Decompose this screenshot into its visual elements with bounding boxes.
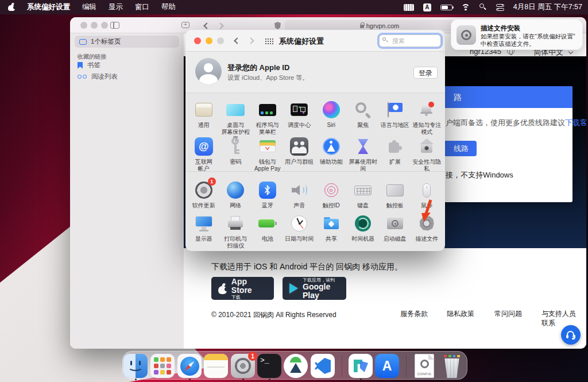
internet-accounts-icon: @ [193, 136, 215, 157]
back-icon[interactable] [203, 22, 210, 29]
dock-config-file-icon[interactable]: CONFIG [415, 354, 434, 378]
spotlight-icon[interactable] [479, 3, 487, 11]
apple-id-row[interactable]: 登录您的 Apple ID 设置 iCloud、App Store 等。 登录 [185, 52, 445, 93]
pref-trackpad[interactable]: 触控板 [379, 179, 411, 209]
bookmark-icon [78, 62, 83, 69]
pref-printers[interactable]: 打印机与 扫描仪 [220, 213, 252, 249]
apple-logo-icon [218, 283, 227, 294]
pref-startup-disk[interactable]: 启动磁盘 [379, 213, 411, 249]
pref-touch-id[interactable]: 触控ID [315, 179, 347, 209]
pref-sound[interactable]: 声音 [284, 179, 316, 209]
menu-view[interactable]: 显示 [109, 2, 123, 12]
menu-help[interactable]: 帮助 [161, 2, 176, 12]
bookmarks-label: 书签 [87, 61, 100, 70]
prefs-titlebar: 系统偏好设置 [185, 30, 445, 52]
footer-link-faq[interactable]: 常问问题 [494, 309, 522, 319]
dock-vscode-icon[interactable] [311, 354, 335, 378]
sidebar-item-reading-list[interactable]: 阅读列表 [78, 72, 118, 81]
lock-icon [360, 25, 364, 28]
pref-extensions[interactable]: 扩展 [379, 136, 411, 172]
footer-link-privacy[interactable]: 隐私政策 [447, 309, 474, 319]
card-note-text: 接，不支持Windows [446, 170, 513, 180]
keyboard-input-icon[interactable] [404, 4, 414, 11]
copyright-text: © 2010-2021 回锅肉 All Rights Reserved [211, 310, 336, 320]
pref-keyboard[interactable]: 键盘 [347, 179, 380, 209]
dock-system-preferences-icon[interactable]: 1 [231, 354, 255, 378]
dock-vpn-app-icon[interactable] [349, 354, 373, 378]
pref-bluetooth[interactable]: 蓝牙 [252, 179, 284, 209]
pref-internet-accounts[interactable]: @ 互联网 帐户 [188, 136, 220, 172]
pref-passwords[interactable]: 密码 [220, 136, 252, 172]
footer-link-support[interactable]: 与支持人员联系 [541, 309, 578, 327]
privacy-shield-icon[interactable] [274, 22, 281, 29]
minimize-button[interactable] [91, 22, 98, 29]
time-machine-icon [352, 213, 374, 234]
pref-software-update[interactable]: 1 软件更新 [188, 179, 220, 209]
zoom-button[interactable] [101, 22, 108, 29]
sidebar-item-tabs[interactable]: 1个标签页 [75, 36, 179, 48]
running-indicator-safari [189, 379, 191, 380]
pref-displays[interactable]: 显示器 [188, 213, 220, 249]
menu-edit[interactable]: 编辑 [82, 2, 96, 12]
running-indicator-prefs [242, 379, 244, 380]
apple-menu-icon[interactable] [8, 3, 15, 11]
pref-time-machine[interactable]: 时间机器 [347, 213, 380, 249]
menu-window[interactable]: 窗口 [135, 2, 149, 12]
pref-screen-time[interactable]: 屏幕使用时间 [347, 136, 380, 172]
sidebar-item-bookmarks[interactable]: 书签 [78, 61, 100, 70]
dock-safari-icon[interactable] [177, 354, 202, 378]
menu-app-name[interactable]: 系统偏好设置 [27, 2, 70, 12]
dock-launchpad-icon[interactable] [150, 354, 175, 378]
address-text: hgrvpn.com [366, 22, 399, 29]
back-icon[interactable] [234, 37, 240, 44]
chat-support-button[interactable] [561, 325, 581, 345]
sidebar-toggle-icon[interactable] [110, 22, 119, 29]
app-store-badge[interactable]: App Store 下载 [211, 277, 274, 300]
download-client-link[interactable]: 下载客 [565, 118, 586, 127]
wifi-icon[interactable] [462, 4, 470, 10]
bluetooth-icon [257, 179, 278, 201]
pref-sharing[interactable]: 共享 [315, 213, 347, 249]
pref-network[interactable]: 网络 [220, 179, 252, 209]
pref-security-privacy[interactable]: 安全性与隐私 [411, 136, 443, 172]
forward-icon[interactable] [217, 22, 223, 29]
close-button[interactable] [194, 37, 201, 44]
close-button[interactable] [80, 22, 87, 29]
footer-link-terms[interactable]: 服务条款 [400, 309, 428, 319]
key-icon [225, 136, 246, 157]
sign-in-button[interactable]: 登录 [413, 67, 438, 79]
dock-finder-icon[interactable] [123, 354, 148, 378]
apple-id-title: 登录您的 Apple ID [227, 63, 289, 73]
pref-users-groups[interactable]: 用户与群组 [284, 136, 316, 172]
dock-trash-icon[interactable] [440, 354, 464, 378]
new-tab-icon[interactable]: + [181, 22, 189, 28]
wallet-icon [257, 136, 278, 157]
battery-icon [257, 213, 278, 234]
pref-wallet[interactable]: 钱包与 Apple Pay [252, 136, 284, 172]
dock-notes-icon[interactable] [204, 354, 228, 378]
forward-icon[interactable] [247, 37, 254, 44]
pref-date-time[interactable]: 日期与时间 [284, 213, 316, 249]
disk-icon [384, 213, 406, 234]
pref-battery[interactable]: 电池 [252, 213, 284, 249]
dock-app-store-icon[interactable]: A [375, 354, 399, 378]
search-input[interactable] [379, 34, 441, 47]
dock-prefs-badge: 1 [248, 352, 257, 361]
notification-banner[interactable]: 描述文件安装 如果想要安装，请在“系统偏好设置”中检查该描述文件。 [451, 19, 583, 50]
google-play-name: Google Play [303, 283, 339, 300]
menu-clock[interactable]: 4月8日 周五 下午7:57 [513, 2, 582, 12]
minimize-button[interactable] [206, 37, 212, 44]
dock-terminal-icon[interactable]: >_ [257, 354, 281, 378]
pref-accessibility[interactable]: 辅助功能 [315, 136, 347, 172]
dock-android-studio-icon[interactable] [284, 354, 308, 378]
prefs-row-3: 1 软件更新 网络 蓝牙 [188, 179, 443, 209]
google-play-badge[interactable]: 下载应用，请到 Google Play [283, 277, 346, 300]
desktop-icon [225, 99, 246, 121]
input-source-icon[interactable]: A [423, 3, 431, 11]
battery-icon[interactable] [440, 5, 452, 10]
show-all-icon[interactable] [265, 38, 273, 44]
zoom-button[interactable] [217, 37, 224, 44]
bell-icon [416, 99, 438, 121]
control-center-icon[interactable] [496, 3, 504, 11]
sidebar-section-title: 收藏的链接 [78, 53, 106, 61]
